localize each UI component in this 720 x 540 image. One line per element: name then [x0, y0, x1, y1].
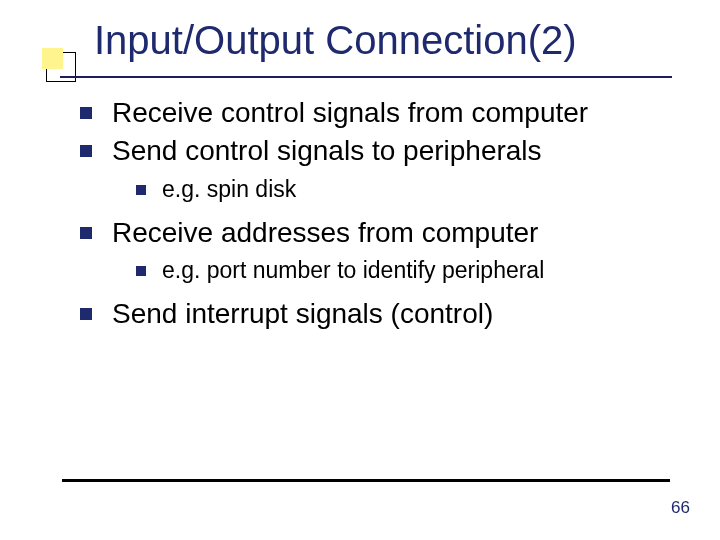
list-item: Receive addresses from computer: [80, 215, 680, 251]
list-item: Receive control signals from computer: [80, 95, 680, 131]
bullet-text: Receive control signals from computer: [112, 95, 588, 131]
bullet-text: e.g. spin disk: [162, 175, 296, 205]
bottom-divider: [62, 479, 670, 482]
content-area: Receive control signals from computer Se…: [80, 95, 680, 334]
list-item: Send control signals to peripherals: [80, 133, 680, 169]
corner-accent-decoration: [42, 48, 63, 69]
bullet-text: Receive addresses from computer: [112, 215, 538, 251]
list-item: Send interrupt signals (control): [80, 296, 680, 332]
list-item: e.g. spin disk: [80, 175, 680, 205]
slide: Input/Output Connection(2) Receive contr…: [0, 0, 720, 540]
square-bullet-icon: [80, 227, 92, 239]
bullet-text: Send interrupt signals (control): [112, 296, 493, 332]
page-number: 66: [671, 498, 690, 518]
title-underline: [60, 76, 672, 78]
square-bullet-icon: [80, 308, 92, 320]
list-item: e.g. port number to identify peripheral: [80, 256, 680, 286]
square-bullet-icon: [136, 266, 146, 276]
square-bullet-icon: [80, 107, 92, 119]
bullet-text: Send control signals to peripherals: [112, 133, 542, 169]
slide-title: Input/Output Connection(2): [94, 18, 577, 63]
square-bullet-icon: [80, 145, 92, 157]
bullet-text: e.g. port number to identify peripheral: [162, 256, 544, 286]
square-bullet-icon: [136, 185, 146, 195]
